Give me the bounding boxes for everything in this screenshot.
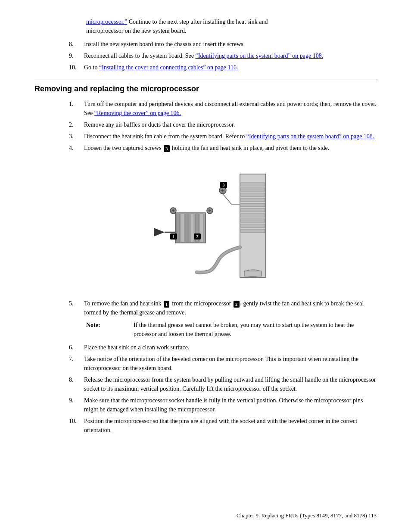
svg-rect-8 (241, 219, 265, 222)
step-4-text: Loosen the two captured screws 3 holding… (84, 143, 377, 152)
step-3: 3. Disconnect the heat sink fan cable fr… (69, 132, 377, 141)
step-top-8-num: 8. (69, 40, 84, 49)
step-top-9-text: Reconnect all cables to the system board… (84, 51, 377, 60)
step-1-link[interactable]: “Removing the cover” on page 106. (94, 110, 181, 116)
step-5: 5. To remove the fan and heat sink 1 fro… (69, 299, 377, 317)
step-6-num: 6. (69, 343, 84, 352)
step-7-num: 7. (69, 355, 84, 373)
svg-rect-16 (186, 214, 189, 242)
step-4-num: 4. (69, 143, 84, 152)
step-top-9-num: 9. (69, 51, 84, 60)
step-3-text: Disconnect the heat sink fan cable from … (84, 132, 377, 141)
intro-link[interactable]: microprocessor.” (86, 19, 127, 25)
note-label: Note: (86, 320, 110, 339)
svg-rect-9 (241, 224, 265, 227)
svg-rect-17 (190, 214, 194, 242)
badge-2a: 2 (234, 301, 240, 308)
step-1-text: Turn off the computer and peripheral dev… (84, 100, 377, 118)
step-top-10-num: 10. (69, 63, 84, 72)
page: microprocessor.” Continue to the next st… (0, 0, 411, 532)
step-10-text: Position the microprocessor so that the … (84, 417, 377, 435)
steps-top-list: 8. Install the new system board into the… (69, 40, 377, 72)
intro-cont: Continue to the next step after installi… (127, 19, 268, 25)
step-3-num: 3. (69, 132, 84, 141)
intro-line2: microprocessor on the new system board. (86, 28, 187, 34)
svg-rect-5 (241, 203, 265, 207)
step-top-8: 8. Install the new system board into the… (69, 40, 377, 49)
badge-3: 3 (164, 145, 170, 152)
step-7-text: Take notice of the orientation of the be… (84, 355, 377, 373)
svg-text:2: 2 (196, 234, 199, 239)
step-2: 2. Remove any air baffles or ducts that … (69, 120, 377, 129)
badge-1a: 1 (164, 301, 170, 308)
steps-list-2: 5. To remove the fan and heat sink 1 fro… (69, 299, 377, 317)
step-3-link[interactable]: “Identifying parts on the system board” … (246, 133, 374, 140)
steps-list-3: 6. Place the heat sink on a clean work s… (69, 343, 377, 435)
section-title: Removing and replacing the microprocesso… (34, 84, 377, 93)
step-8-text: Release the microprocessor from the syst… (84, 375, 377, 393)
step-4: 4. Loosen the two captured screws 3 hold… (69, 143, 377, 152)
note-block: Note: If the thermal grease seal cannot … (86, 320, 377, 339)
step-1-num: 1. (69, 100, 84, 118)
svg-rect-10 (241, 229, 265, 233)
svg-rect-2 (241, 188, 265, 191)
step-9: 9. Make sure that the microprocessor soc… (69, 396, 377, 414)
step-8-num: 8. (69, 375, 84, 393)
svg-rect-1 (241, 183, 265, 186)
steps-list: 1. Turn off the computer and peripheral … (69, 100, 377, 152)
intro-text: microprocessor.” Continue to the next st… (86, 17, 377, 35)
step-10: 10. Position the microprocessor so that … (69, 417, 377, 435)
step-10-num: 10. (69, 417, 84, 435)
step-9-num: 9. (69, 396, 84, 414)
step-top-10-text: Go to “Installing the cover and connecti… (84, 63, 377, 72)
section-divider (34, 80, 377, 80)
step-7: 7. Take notice of the orientation of the… (69, 355, 377, 373)
note-text: If the thermal grease seal cannot be bro… (134, 320, 377, 339)
footer: Chapter 9. Replacing FRUs (Types 8149, 8… (0, 512, 411, 519)
diagram-container: 1 2 3 (34, 161, 377, 290)
svg-rect-6 (241, 208, 265, 212)
svg-text:1: 1 (173, 234, 175, 239)
svg-rect-3 (241, 193, 265, 196)
step-5-text: To remove the fan and heat sink 1 from t… (84, 299, 377, 317)
step-top-8-text: Install the new system board into the ch… (84, 40, 377, 49)
svg-rect-12 (244, 271, 262, 276)
step-8: 8. Release the microprocessor from the s… (69, 375, 377, 393)
step-2-num: 2. (69, 120, 84, 129)
step-top-9-link[interactable]: “Identifying parts on the system board” … (196, 53, 324, 59)
step-1: 1. Turn off the computer and peripheral … (69, 100, 377, 118)
diagram-svg: 1 2 3 (124, 161, 287, 290)
svg-marker-26 (154, 228, 165, 236)
step-9-text: Make sure that the microprocessor socket… (84, 396, 377, 414)
footer-text: Chapter 9. Replacing FRUs (Types 8149, 8… (237, 512, 377, 519)
step-6: 6. Place the heat sink on a clean work s… (69, 343, 377, 352)
step-2-text: Remove any air baffles or ducts that cov… (84, 120, 377, 129)
step-6-text: Place the heat sink on a clean work surf… (84, 343, 377, 352)
svg-rect-15 (181, 214, 184, 242)
svg-rect-7 (241, 214, 265, 217)
step-top-10-link[interactable]: “Installing the cover and connecting cab… (99, 64, 238, 71)
svg-text:3: 3 (223, 183, 225, 187)
step-top-9: 9. Reconnect all cables to the system bo… (69, 51, 377, 60)
step-top-10: 10. Go to “Installing the cover and conn… (69, 63, 377, 72)
svg-line-31 (223, 194, 231, 204)
step-5-num: 5. (69, 299, 84, 317)
svg-rect-4 (241, 198, 265, 202)
